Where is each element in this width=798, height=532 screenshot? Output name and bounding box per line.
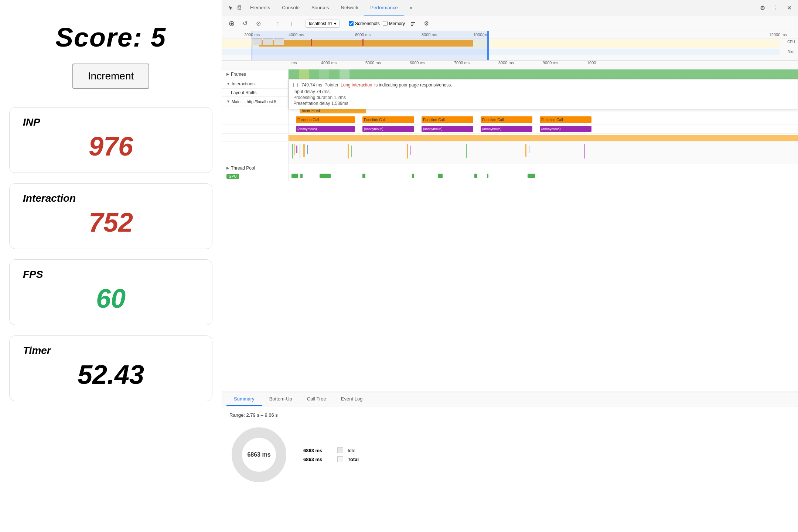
func-calls-label-col	[222, 115, 289, 125]
devtools-panel: Elements Console Sources Network Perform…	[222, 0, 798, 532]
inp-label: INP	[23, 116, 199, 128]
legend-idle-color	[337, 447, 343, 453]
more-options-icon[interactable]: ⋮	[771, 4, 780, 13]
screenshot-thumb	[274, 38, 284, 45]
tab-console[interactable]: Console	[276, 0, 306, 16]
legend-idle-label: Idle	[348, 448, 355, 453]
devtools-tabs: Elements Console Sources Network Perform…	[244, 0, 758, 16]
svg-rect-4	[411, 22, 415, 23]
score-title: Score: 5	[55, 22, 166, 52]
tooltip-type: Pointer	[324, 82, 338, 88]
tab-sources[interactable]: Sources	[306, 0, 335, 16]
network-throttle-icon[interactable]	[408, 18, 418, 29]
yellow-bar-content-1	[289, 134, 798, 141]
devtools-toolbar: ↺ ⊘ ↑ ↓ localhost #1 ▾ Screenshots Memor…	[222, 16, 798, 31]
tooltip-processing: Processing duration 1.2ms	[293, 95, 793, 100]
screenshots-checkbox[interactable]	[349, 21, 354, 26]
memory-label: Memory	[389, 21, 405, 26]
interactions-label: ▼ Interactions	[222, 79, 289, 88]
thread-pool-arrow: ▶	[226, 166, 229, 170]
gpu-content	[289, 172, 798, 181]
record-button[interactable]	[226, 18, 237, 29]
gpu-text: GPU	[229, 174, 237, 178]
close-icon[interactable]: ✕	[785, 4, 794, 13]
increment-button[interactable]: Increment	[72, 64, 150, 89]
tooltip-header: 749.74 ms Pointer Long interaction is in…	[293, 82, 793, 88]
timeline-overview[interactable]: 2000 ms 4000 ms 6000 ms 8000 ms 1000(ms …	[222, 31, 798, 61]
small-bars-label-1	[222, 142, 289, 164]
mark-5000: 5000 ms	[365, 61, 381, 65]
tab-bottom-up[interactable]: Bottom-Up	[262, 392, 300, 406]
screenshots-label: Screenshots	[355, 21, 380, 26]
anon-2: (anonymous)	[362, 126, 414, 132]
fps-value: 60	[23, 283, 199, 314]
svg-point-3	[231, 23, 233, 25]
flame-bar	[584, 144, 585, 158]
screenshots-checkbox-group: Screenshots	[349, 21, 380, 26]
fps-card: FPS 60	[9, 259, 212, 325]
yellow-bar-label-1	[222, 134, 289, 141]
devtools-device-icon[interactable]	[235, 4, 244, 13]
separator3	[344, 20, 344, 27]
memory-checkbox[interactable]	[383, 21, 388, 26]
ruler-12000-top: 12000 ms	[769, 33, 787, 37]
reload-button[interactable]: ↺	[240, 18, 250, 29]
devtools-topbar: Elements Console Sources Network Perform…	[222, 0, 798, 16]
interactions-section: ▼ Interactions 749.74 ms Pointer Long in…	[222, 79, 798, 89]
tab-call-tree[interactable]: Call Tree	[300, 392, 334, 406]
flame-bar	[303, 144, 305, 157]
legend-total-color	[337, 456, 343, 462]
gpu-bar	[291, 174, 298, 178]
donut-chart: 6863 ms	[229, 425, 289, 484]
flame-bar	[466, 144, 467, 158]
tab-summary[interactable]: Summary	[226, 392, 262, 406]
flame-bar	[351, 146, 352, 157]
settings-icon[interactable]: ⚙	[758, 4, 767, 13]
tooltip-link[interactable]: Long interaction	[341, 82, 372, 88]
bottom-tabs: Summary Bottom-Up Call Tree Event Log	[222, 392, 798, 406]
interactions-arrow: ▼	[226, 82, 230, 86]
bottom-section: Summary Bottom-Up Call Tree Event Log Ra…	[222, 392, 798, 532]
tab-event-log[interactable]: Event Log	[334, 392, 370, 406]
summary-donut-area: 6863 ms 6863 ms Idle 6863 ms Total	[229, 425, 791, 484]
mark-9000: 9000 ms	[543, 61, 558, 65]
gpu-bar	[300, 174, 303, 178]
svg-rect-5	[411, 24, 414, 24]
clear-button[interactable]: ⊘	[253, 18, 263, 29]
left-panel: Score: 5 Increment INP 976 Interaction 7…	[0, 0, 222, 532]
thread-pool-text: Thread Pool	[231, 166, 255, 171]
func-call-1: Function Call	[296, 116, 355, 123]
anon-4: (anonymous)	[481, 126, 532, 132]
timeline-main[interactable]: ms 4000 ms 5000 ms 6000 ms 7000 ms 8000 …	[222, 61, 798, 392]
func-call-4: Function Call	[481, 116, 532, 123]
memory-checkbox-group: Memory	[383, 21, 405, 26]
tab-network[interactable]: Network	[335, 0, 365, 16]
tab-more[interactable]: »	[404, 0, 418, 16]
legend-total: 6863 ms Total	[303, 456, 359, 462]
devtools-cursor-icon[interactable]	[226, 4, 235, 13]
gpu-bar	[474, 174, 477, 178]
upload-button[interactable]: ↑	[273, 18, 283, 29]
anon-1: (anonymous)	[296, 126, 355, 132]
gpu-badge: GPU	[226, 174, 239, 179]
tab-elements[interactable]: Elements	[244, 0, 276, 16]
download-button[interactable]: ↓	[286, 18, 296, 29]
anon-3: (anonymous)	[422, 126, 473, 132]
func-calls-content: Function Call Function Call Function Cal…	[289, 115, 798, 125]
interaction-label: Interaction	[23, 192, 199, 204]
tab-performance[interactable]: Performance	[364, 0, 403, 16]
main-text: Main — http://localhost:5...	[232, 99, 280, 104]
flame-bar	[410, 146, 411, 155]
anonymous-label-col	[222, 125, 289, 133]
func-call-2: Function Call	[362, 116, 414, 123]
frames-text: Frames	[231, 72, 246, 77]
settings-perf-icon[interactable]: ⚙	[421, 18, 432, 29]
interaction-tooltip: 749.74 ms Pointer Long interaction is in…	[289, 79, 798, 109]
small-bars-content-1	[289, 142, 798, 164]
target-select[interactable]: localhost #1 ▾	[306, 20, 340, 28]
mark-6000: 6000 ms	[410, 61, 425, 65]
main-label: ▼ Main — http://localhost:5...	[222, 97, 289, 106]
anon-5: (anonymous)	[540, 126, 591, 132]
mark-1000: 1000	[587, 61, 596, 65]
frames-arrow: ▶	[226, 72, 229, 76]
